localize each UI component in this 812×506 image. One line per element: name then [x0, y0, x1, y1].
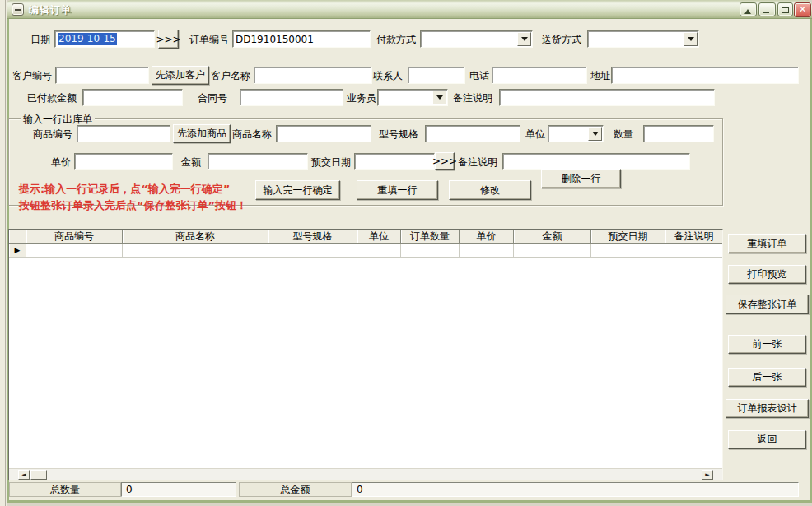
minimize-button[interactable]: [758, 2, 776, 16]
dropdown-button[interactable]: [588, 127, 602, 141]
predate-picker-button[interactable]: >>>: [435, 152, 455, 170]
print-preview-button[interactable]: 打印预览: [728, 265, 806, 284]
previous-order-button[interactable]: 前一张: [728, 335, 806, 354]
date-picker-button[interactable]: >>>: [158, 30, 179, 49]
scrollbar-thumb[interactable]: [30, 470, 47, 480]
close-icon: ✕: [795, 4, 810, 15]
scroll-left-icon: ◄: [21, 471, 26, 478]
product-name-input[interactable]: [276, 125, 371, 142]
grid-row[interactable]: ▶: [9, 244, 722, 258]
dropdown-button[interactable]: [517, 32, 531, 46]
desktop: 编辑订单 ✕ 日期 2019-10-15 >>> 订单编号 付款方式 送货方式 …: [0, 0, 812, 506]
restore-button[interactable]: [740, 2, 757, 16]
divider: [5, 0, 6, 506]
phone-label: 电话: [469, 70, 489, 81]
grid-header-spec: 型号规格: [268, 230, 357, 244]
address-label: 地址: [590, 70, 610, 81]
grid-cell[interactable]: [401, 244, 460, 258]
product-no-input[interactable]: [77, 125, 170, 142]
grid-cell[interactable]: [460, 244, 514, 258]
customer-no-input[interactable]: [55, 67, 149, 84]
dropdown-button[interactable]: [684, 32, 698, 46]
chevron-down-icon: [521, 37, 528, 44]
chevron-down-icon: [436, 95, 443, 103]
minimize-icon: [763, 12, 769, 13]
grid-header-row: 商品编号 商品名称 型号规格 单位 订单数量 单价 金额 预交日期 备注说明: [9, 230, 722, 244]
refill-row-button[interactable]: 重填一行: [357, 180, 438, 200]
salesman-select[interactable]: [377, 89, 448, 106]
unit-label: 单位: [525, 128, 545, 140]
grid-cell[interactable]: [514, 244, 591, 258]
maximize-icon: [782, 7, 789, 13]
confirm-row-button[interactable]: 输入完一行确定: [255, 180, 340, 200]
grid-horizontal-scrollbar[interactable]: ◄ ►: [9, 468, 722, 480]
maximize-button[interactable]: [777, 2, 793, 16]
next-order-button[interactable]: 后一张: [728, 368, 806, 387]
save-order-button[interactable]: 保存整张订单: [726, 295, 809, 314]
chevron-down-icon: [592, 132, 599, 139]
refill-order-button[interactable]: 重填订单: [728, 234, 806, 253]
total-qty-value: 0: [121, 482, 236, 497]
customer-name-input[interactable]: [254, 67, 372, 84]
payment-method-select[interactable]: [420, 30, 533, 48]
grid-cell[interactable]: [268, 244, 357, 258]
grid-cell[interactable]: [665, 244, 722, 258]
date-input[interactable]: 2019-10-15: [54, 30, 155, 48]
grid-header-product-name: 商品名称: [123, 230, 268, 244]
grid-header-remark: 备注说明: [665, 230, 722, 244]
background-window-edge: [0, 0, 7, 506]
delete-row-button[interactable]: 删除一行: [541, 169, 621, 188]
total-amount-value: 0: [352, 482, 799, 497]
product-name-label: 商品名称: [232, 128, 272, 140]
scroll-left-button[interactable]: ◄: [18, 470, 30, 480]
paid-amount-label: 已付款金额: [27, 92, 77, 104]
row-selector-cell[interactable]: ▶: [9, 244, 26, 258]
scroll-right-button[interactable]: ►: [702, 470, 713, 480]
arrow-up-icon: [744, 6, 751, 14]
report-design-button[interactable]: 订单报表设计: [726, 399, 809, 418]
qty-input[interactable]: [643, 125, 714, 142]
order-no-input[interactable]: [232, 30, 371, 48]
delivery-method-label: 送货方式: [542, 34, 581, 45]
phone-input[interactable]: [492, 67, 587, 84]
date-value: 2019-10-15: [58, 33, 117, 45]
product-no-label: 商品编号: [33, 128, 72, 140]
current-row-marker-icon: ▶: [15, 247, 21, 254]
order-remark-input[interactable]: [499, 89, 715, 106]
return-button[interactable]: 返回: [728, 430, 806, 449]
customer-no-label: 客户编号: [12, 70, 52, 81]
qty-label: 数量: [614, 128, 633, 140]
spec-input[interactable]: [425, 125, 520, 142]
paid-amount-input[interactable]: [82, 89, 183, 106]
scroll-right-icon: ►: [705, 471, 709, 478]
add-customer-button[interactable]: 先添加客户: [152, 66, 209, 85]
title-bar[interactable]: 编辑订单 ✕: [7, 0, 812, 19]
contract-no-input[interactable]: [240, 89, 343, 106]
grid-header-predate: 预交日期: [591, 230, 665, 244]
order-lines-grid: 商品编号 商品名称 型号规格 单位 订单数量 单价 金额 预交日期 备注说明 ▶: [8, 229, 723, 480]
unit-select[interactable]: [548, 125, 604, 142]
line-remark-input[interactable]: [502, 153, 690, 170]
grid-cell[interactable]: [123, 244, 268, 258]
window-title: 编辑订单: [29, 3, 72, 17]
order-remark-label: 备注说明: [453, 92, 492, 104]
grid-cell[interactable]: [591, 244, 665, 258]
customer-name-label: 客户名称: [211, 70, 250, 81]
spec-label: 型号规格: [379, 128, 418, 140]
dropdown-button[interactable]: [432, 91, 446, 104]
predate-input[interactable]: [354, 153, 435, 170]
grid-cell[interactable]: [357, 244, 401, 258]
delivery-method-select[interactable]: [587, 30, 699, 48]
contact-input[interactable]: [408, 67, 465, 84]
grid-cell[interactable]: [26, 244, 123, 258]
modify-button[interactable]: 修改: [449, 180, 531, 200]
contact-label: 联系人: [373, 70, 403, 81]
date-label: 日期: [30, 34, 50, 45]
price-input[interactable]: [74, 153, 173, 170]
add-product-button[interactable]: 先添加商品: [173, 124, 231, 143]
contract-no-label: 合同号: [198, 92, 227, 104]
divider: [2, 0, 2, 506]
address-input[interactable]: [611, 67, 799, 84]
amount-input[interactable]: [208, 153, 308, 170]
close-button[interactable]: ✕: [794, 2, 811, 17]
